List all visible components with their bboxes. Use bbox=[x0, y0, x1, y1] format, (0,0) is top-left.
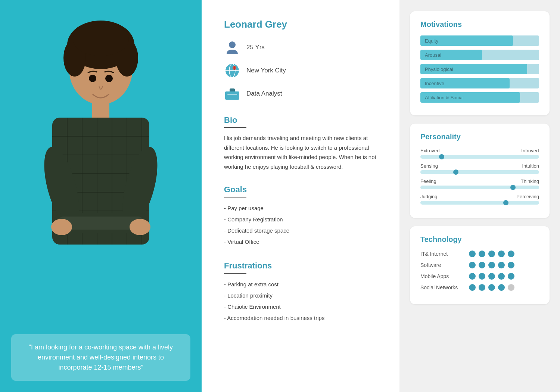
dot-empty bbox=[508, 284, 514, 291]
dot-filled bbox=[488, 262, 495, 268]
motivation-bar-bg: Affiliation & Social bbox=[420, 92, 539, 103]
age-row: 25 Yrs bbox=[224, 39, 385, 56]
dot-filled bbox=[498, 284, 505, 291]
middle-panel: Leonard Grey 25 Yrs New York City bbox=[202, 0, 399, 392]
motivation-bar-bg: Physiological bbox=[420, 64, 539, 74]
right-panel: Motivations Equity Arousal Physiological bbox=[399, 0, 560, 392]
dot-filled bbox=[469, 262, 476, 268]
svg-rect-6 bbox=[92, 101, 109, 119]
job-icon bbox=[224, 85, 240, 102]
svg-point-25 bbox=[130, 219, 150, 235]
motivation-label: Affiliation & Social bbox=[425, 95, 464, 100]
age-text: 25 Yrs bbox=[246, 44, 265, 51]
dot-filled bbox=[508, 262, 514, 268]
dot-filled bbox=[498, 251, 505, 257]
dot-filled bbox=[469, 284, 476, 291]
motivation-bar-row: Arousal bbox=[420, 50, 539, 60]
personality-labels: Judging Perceiving bbox=[420, 194, 539, 199]
technology-row: Mobile Apps bbox=[420, 273, 539, 280]
goal-item: Virtual Office bbox=[224, 236, 385, 248]
svg-point-27 bbox=[105, 75, 113, 82]
dot-filled bbox=[469, 251, 476, 257]
dot-filled bbox=[508, 251, 514, 257]
goal-item: Company Registration bbox=[224, 214, 385, 225]
tech-label: Mobile Apps bbox=[420, 273, 469, 279]
personality-row: Extrovert Introvert bbox=[420, 148, 539, 159]
motivation-bar-bg: Equity bbox=[420, 35, 539, 46]
svg-rect-33 bbox=[225, 91, 239, 100]
personality-left-label: Sensing bbox=[420, 163, 438, 169]
personality-track bbox=[420, 170, 539, 174]
goals-list: Pay per usageCompany RegistrationDedicat… bbox=[224, 203, 385, 248]
goals-title: Goals bbox=[224, 185, 385, 195]
frustration-item: Accomodation needed in business trips bbox=[224, 312, 385, 324]
tech-label: Software bbox=[420, 262, 469, 268]
personality-indicator bbox=[510, 185, 516, 190]
personality-track bbox=[420, 201, 539, 205]
tech-dots bbox=[469, 284, 514, 291]
frustrations-title: Frustrations bbox=[224, 261, 385, 271]
motivation-bar-row: Physiological bbox=[420, 64, 539, 74]
personality-labels: Feeling Thinking bbox=[420, 178, 539, 184]
svg-point-5 bbox=[73, 22, 129, 56]
tech-label: IT& Internet bbox=[420, 251, 469, 257]
frustrations-list: Parking at extra costLocation proximityC… bbox=[224, 279, 385, 324]
motivation-bar-fill: Incentive bbox=[420, 78, 510, 88]
motivation-label: Incentive bbox=[425, 81, 444, 86]
quote-box: “I am looking for a co-working space wit… bbox=[11, 334, 190, 381]
motivation-label: Arousal bbox=[425, 52, 441, 58]
personality-card: Personality Extrovert Introvert Sensing … bbox=[410, 124, 550, 218]
motivation-bar-bg: Incentive bbox=[420, 78, 539, 88]
personality-labels: Sensing Intuition bbox=[420, 163, 539, 169]
job-text: Data Analyst bbox=[246, 90, 282, 97]
frustrations-divider bbox=[224, 273, 246, 274]
motivation-bar-row: Incentive bbox=[420, 78, 539, 88]
personality-track bbox=[420, 186, 539, 189]
motivation-bar-row: Equity bbox=[420, 35, 539, 46]
background-illustration bbox=[0, 0, 202, 392]
svg-point-24 bbox=[51, 219, 72, 235]
motivation-bar-fill: Affiliation & Social bbox=[420, 92, 520, 103]
personality-track bbox=[420, 155, 539, 159]
personality-labels: Extrovert Introvert bbox=[420, 148, 539, 153]
motivations-title: Motivations bbox=[420, 20, 539, 29]
bio-text: His job demands traveling and meeting wi… bbox=[224, 133, 385, 171]
technology-title: Technology bbox=[420, 235, 539, 244]
svg-point-26 bbox=[89, 75, 96, 82]
motivation-label: Equity bbox=[425, 38, 438, 44]
personality-left-label: Judging bbox=[420, 194, 438, 199]
dot-filled bbox=[479, 284, 485, 291]
technology-row: IT& Internet bbox=[420, 251, 539, 257]
personality-right-label: Perceiving bbox=[516, 194, 539, 199]
dot-filled bbox=[508, 273, 514, 280]
dot-filled bbox=[479, 273, 485, 280]
motivation-bar-fill: Arousal bbox=[420, 50, 482, 60]
dot-filled bbox=[479, 251, 485, 257]
dot-filled bbox=[498, 273, 505, 280]
personality-right-label: Introvert bbox=[521, 148, 539, 153]
frustration-item: Chaiotic Environment bbox=[224, 301, 385, 312]
left-panel: “I am looking for a co-working space wit… bbox=[0, 0, 202, 392]
motivations-bars: Equity Arousal Physiological Incentive bbox=[420, 35, 539, 103]
dot-filled bbox=[488, 284, 495, 291]
personality-indicator bbox=[453, 169, 458, 175]
motivations-card: Motivations Equity Arousal Physiological bbox=[410, 11, 550, 115]
dot-filled bbox=[488, 251, 495, 257]
personality-left-label: Feeling bbox=[420, 178, 436, 184]
tech-dots bbox=[469, 273, 514, 280]
technology-rows: IT& InternetSoftwareMobile AppsSocial Ne… bbox=[420, 251, 539, 291]
bio-divider bbox=[224, 127, 246, 128]
tech-dots bbox=[469, 262, 514, 268]
personality-row: Feeling Thinking bbox=[420, 178, 539, 189]
tech-dots bbox=[469, 251, 514, 257]
technology-card: Technology IT& InternetSoftwareMobile Ap… bbox=[410, 226, 550, 304]
motivation-label: Physiological bbox=[425, 66, 453, 72]
goals-divider bbox=[224, 197, 246, 197]
personality-row: Judging Perceiving bbox=[420, 194, 539, 205]
personality-row: Sensing Intuition bbox=[420, 163, 539, 174]
age-icon bbox=[224, 39, 240, 56]
quote-text: “I am looking for a co-working space wit… bbox=[29, 343, 173, 371]
personality-left-label: Extrovert bbox=[420, 148, 440, 153]
goal-item: Dedicated storage space bbox=[224, 225, 385, 236]
technology-row: Software bbox=[420, 262, 539, 268]
